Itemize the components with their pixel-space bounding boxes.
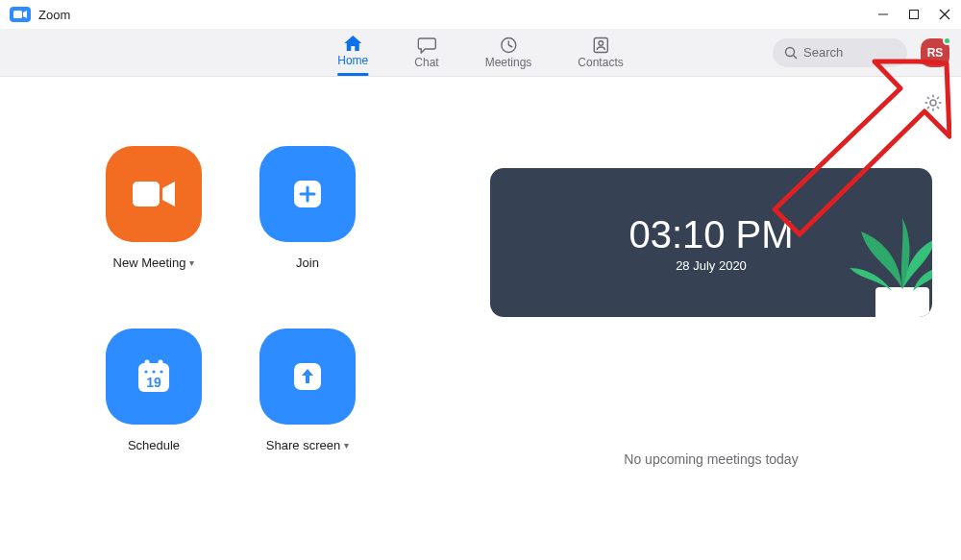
tab-label: Chat bbox=[414, 56, 438, 69]
svg-point-27 bbox=[159, 359, 163, 364]
svg-text:19: 19 bbox=[146, 375, 161, 390]
search-input[interactable]: Search bbox=[773, 38, 907, 67]
avatar-initials: RS bbox=[927, 46, 944, 60]
presence-dot-icon bbox=[943, 37, 951, 45]
svg-point-29 bbox=[152, 370, 155, 373]
action-label: Join bbox=[296, 256, 319, 270]
window-title: Zoom bbox=[38, 8, 70, 22]
tab-label: Home bbox=[337, 54, 368, 67]
tab-chat[interactable]: Chat bbox=[414, 29, 438, 76]
svg-line-11 bbox=[794, 55, 798, 59]
contacts-icon bbox=[591, 37, 610, 54]
profile-avatar[interactable]: RS bbox=[921, 38, 949, 67]
tab-home[interactable]: Home bbox=[337, 29, 368, 76]
video-icon bbox=[131, 178, 177, 210]
svg-point-9 bbox=[599, 40, 604, 45]
svg-point-10 bbox=[786, 47, 795, 56]
calendar-icon: 19 bbox=[133, 355, 175, 398]
tab-contacts[interactable]: Contacts bbox=[578, 29, 623, 76]
window-titlebar: Zoom bbox=[0, 0, 961, 29]
svg-rect-21 bbox=[133, 182, 160, 207]
chevron-down-icon: ▾ bbox=[344, 440, 349, 450]
svg-rect-0 bbox=[13, 11, 22, 18]
chevron-down-icon: ▾ bbox=[189, 257, 194, 268]
svg-line-19 bbox=[937, 97, 939, 99]
svg-line-7 bbox=[508, 45, 512, 47]
window-maximize-button[interactable] bbox=[907, 8, 921, 21]
clock-date: 28 July 2020 bbox=[676, 258, 747, 273]
action-label: Share screen bbox=[266, 438, 340, 452]
tab-meetings[interactable]: Meetings bbox=[485, 29, 532, 76]
action-label: Schedule bbox=[128, 438, 180, 452]
svg-rect-2 bbox=[910, 11, 919, 19]
zoom-logo-icon bbox=[10, 7, 31, 22]
upcoming-status: No upcoming meetings today bbox=[624, 451, 798, 467]
svg-line-20 bbox=[927, 107, 929, 109]
share-screen-button[interactable]: Share screen▾ bbox=[240, 329, 375, 492]
tab-label: Contacts bbox=[578, 56, 623, 69]
search-placeholder: Search bbox=[803, 45, 843, 60]
share-up-icon bbox=[288, 357, 327, 396]
tab-label: Meetings bbox=[485, 56, 532, 69]
gear-icon bbox=[924, 94, 942, 111]
plant-illustration-icon bbox=[794, 212, 932, 317]
chat-icon bbox=[417, 37, 436, 54]
svg-point-12 bbox=[930, 100, 936, 106]
schedule-button[interactable]: 19 Schedule bbox=[86, 329, 221, 492]
svg-line-17 bbox=[927, 97, 929, 99]
home-icon bbox=[343, 35, 362, 52]
svg-line-18 bbox=[937, 107, 939, 109]
new-meeting-button[interactable]: New Meeting▾ bbox=[86, 146, 221, 309]
svg-point-26 bbox=[145, 359, 150, 364]
svg-point-28 bbox=[144, 370, 147, 373]
settings-button[interactable] bbox=[924, 94, 942, 115]
actions-pane: New Meeting▾ Join 19 Schedule Share scre… bbox=[0, 77, 461, 560]
top-navbar: Home Chat Meetings Contacts Search RS bbox=[0, 29, 961, 77]
info-pane: 03:10 PM 28 July 2020 No upcoming meetin… bbox=[461, 77, 961, 560]
window-close-button[interactable] bbox=[938, 8, 951, 21]
clock-icon bbox=[499, 37, 518, 54]
svg-rect-33 bbox=[875, 287, 929, 317]
action-label: New Meeting bbox=[113, 256, 186, 270]
search-icon bbox=[784, 46, 798, 60]
clock-card: 03:10 PM 28 July 2020 bbox=[490, 168, 932, 317]
window-minimize-button[interactable] bbox=[876, 8, 890, 21]
join-button[interactable]: Join bbox=[240, 146, 375, 309]
svg-point-30 bbox=[160, 370, 162, 373]
plus-icon bbox=[288, 175, 327, 213]
clock-time: 03:10 PM bbox=[628, 213, 793, 256]
